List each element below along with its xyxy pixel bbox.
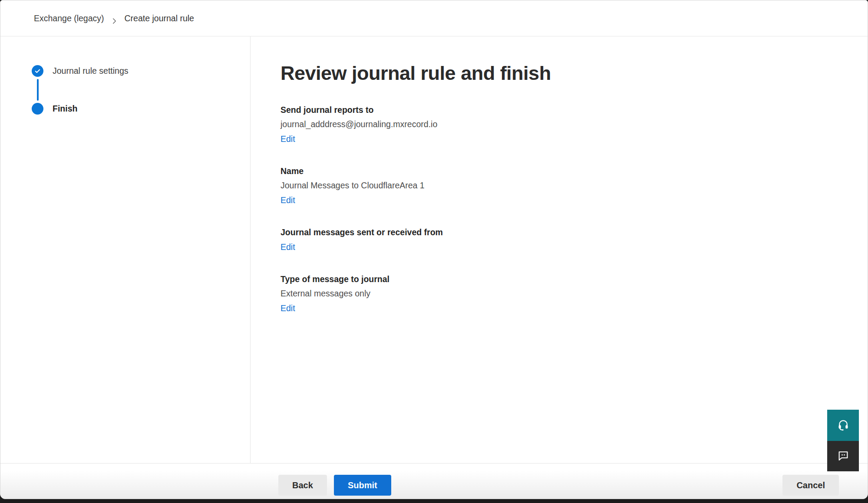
edit-message-type-link[interactable]: Edit [281,302,295,314]
wizard-step-journal-rule-settings[interactable]: Journal rule settings [32,65,250,77]
headset-icon [837,418,850,433]
breadcrumb-exchange-legacy[interactable]: Exchange (legacy) [34,13,104,23]
submit-button[interactable]: Submit [334,475,391,496]
section-label: Name [281,165,868,177]
message-type-value: External messages only [281,288,868,299]
section-name: Name Journal Messages to CloudflareArea … [281,165,868,206]
step-current-dot-icon [32,103,43,115]
help-button[interactable] [827,410,859,441]
journal-report-address-value: journal_adddress@journaling.mxrecord.io [281,118,868,130]
section-journal-messages-sent-or-received: Journal messages sent or received from E… [281,227,868,253]
app-window: Exchange (legacy) Create journal rule Jo… [0,0,868,499]
section-label: Type of message to journal [281,273,868,285]
edit-send-journal-reports-link[interactable]: Edit [281,133,295,145]
breadcrumb-create-journal-rule: Create journal rule [125,13,194,23]
step-label-journal-rule-settings: Journal rule settings [53,66,129,76]
review-sections: Send journal reports to journal_adddress… [281,104,868,314]
rule-name-value: Journal Messages to CloudflareArea 1 [281,180,868,191]
section-label: Journal messages sent or received from [281,227,868,238]
section-label: Send journal reports to [281,104,868,116]
footer-action-bar: Back Submit Cancel [0,463,868,499]
section-send-journal-reports-to: Send journal reports to journal_adddress… [281,104,868,145]
wizard-step-finish[interactable]: Finish [32,103,250,115]
step-connector-line [37,79,39,101]
review-panel: Review journal rule and finish Send jour… [251,36,868,463]
wizard-steps-panel: Journal rule settings Finish [0,36,251,463]
back-button[interactable]: Back [278,475,327,496]
page-title: Review journal rule and finish [281,61,868,85]
breadcrumb: Exchange (legacy) Create journal rule [34,13,194,23]
section-type-of-message: Type of message to journal External mess… [281,273,868,314]
step-label-finish: Finish [53,104,77,114]
feedback-button[interactable] [827,441,859,471]
step-completed-check-icon [32,65,43,77]
feedback-icon [837,449,850,464]
cancel-button[interactable]: Cancel [782,475,839,496]
edit-name-link[interactable]: Edit [281,194,295,206]
header-bar: Exchange (legacy) Create journal rule [0,0,868,36]
chevron-right-icon [112,16,117,22]
edit-journal-messages-link[interactable]: Edit [281,241,295,253]
